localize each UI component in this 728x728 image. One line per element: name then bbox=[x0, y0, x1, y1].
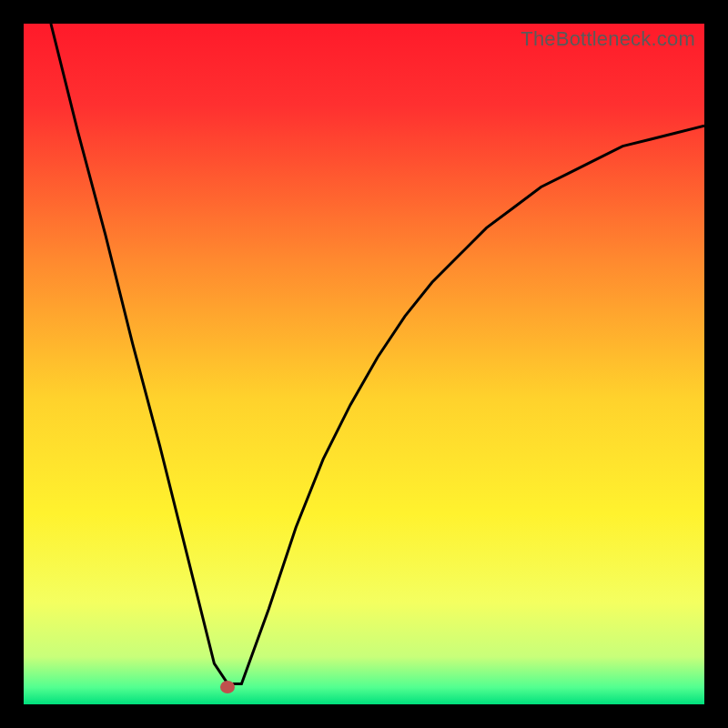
plot-area: TheBottleneck.com bbox=[24, 24, 704, 704]
plot-svg bbox=[24, 24, 704, 704]
chart-frame: TheBottleneck.com bbox=[0, 0, 728, 728]
gradient-background bbox=[24, 24, 704, 704]
bottleneck-curve bbox=[51, 24, 704, 684]
watermark-text: TheBottleneck.com bbox=[521, 27, 695, 51]
optimal-point-marker bbox=[220, 681, 235, 693]
